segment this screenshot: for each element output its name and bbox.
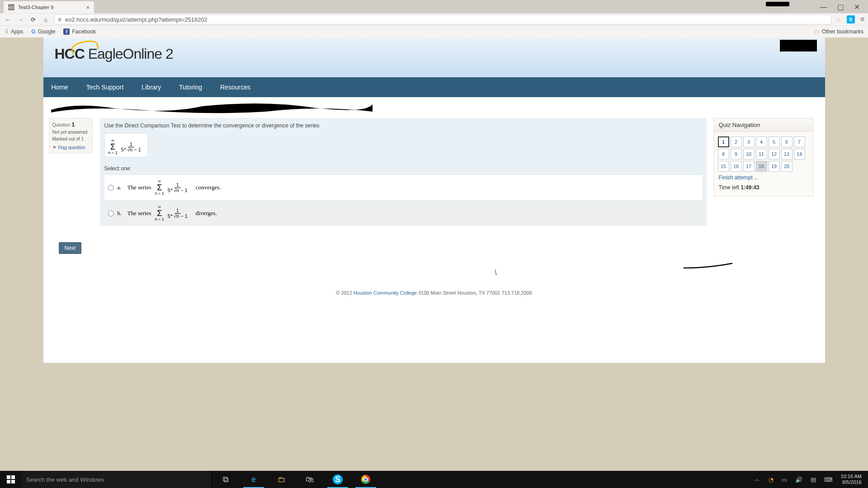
action-center-icon[interactable]: ▤	[811, 476, 816, 483]
quiz-nav-cell-14[interactable]: 14	[794, 149, 805, 160]
quiz-nav-cell-17[interactable]: 17	[743, 161, 755, 172]
question-formula: ∞ Σ n = 1 1 5⁴ √n − 1	[104, 133, 148, 157]
option-a-letter: a.	[118, 184, 124, 191]
bookmark-facebook[interactable]: fFacebook	[63, 28, 96, 35]
bookmark-label: Google	[38, 28, 56, 35]
answer-option-b[interactable]: b. The series ∞Σn = 1 15⁴ √n − 1 diverge…	[104, 200, 702, 226]
file-explorer-icon[interactable]: 🗀	[268, 471, 296, 488]
chrome-icon[interactable]	[352, 471, 380, 488]
start-button[interactable]	[0, 471, 22, 488]
quiz-nav-cell-5[interactable]: 5	[769, 136, 780, 147]
edge-icon[interactable]: e	[240, 471, 268, 488]
quiz-nav-cell-10[interactable]: 10	[743, 149, 755, 160]
breadcrumb-redacted	[49, 102, 374, 114]
browser-tab-bar: HCC Test3-Chapter 9 × — ▢ ✕	[0, 0, 868, 13]
tray-chevron-icon[interactable]: ︿	[755, 475, 760, 483]
option-b-radio[interactable]	[108, 211, 114, 216]
volume-icon[interactable]: 🔊	[795, 476, 802, 483]
quiz-nav-cell-13[interactable]: 13	[781, 149, 793, 160]
quiz-nav-cell-6[interactable]: 6	[781, 136, 793, 147]
browser-toolbar: ← → ⟳ ⌂ 🗎 ☆ S ≡	[0, 13, 868, 25]
chrome-menu-icon[interactable]: ≡	[860, 15, 864, 23]
quiz-content: Question 1 Not yet answered Marked out o…	[43, 114, 825, 226]
taskbar-app-icons: ⧉ e 🗀 🛍 S	[212, 471, 380, 488]
footer-college-link[interactable]: Houston Community College	[354, 290, 417, 296]
nav-home-icon[interactable]: ⌂	[42, 16, 50, 23]
quiz-nav-cell-12[interactable]: 12	[769, 149, 780, 160]
window-maximize-icon[interactable]: ▢	[837, 3, 844, 11]
redaction	[780, 40, 817, 52]
svg-rect-0	[7, 475, 10, 479]
quiz-nav-cell-7[interactable]: 7	[794, 136, 805, 147]
apps-shortcut[interactable]: ⠿Apps	[5, 28, 23, 35]
nav-home[interactable]: Home	[52, 84, 68, 91]
clock-date: 8/5/2016	[841, 479, 862, 485]
taskbar-clock[interactable]: 10:16 AM 8/5/2016	[841, 474, 866, 485]
quiz-nav-cell-4[interactable]: 4	[756, 136, 767, 147]
search-placeholder: Search the web and Windows	[26, 476, 104, 483]
option-b-verdict: diverges.	[196, 210, 217, 217]
quiz-nav-cell-3[interactable]: 3	[743, 136, 755, 147]
battery-icon[interactable]: ▭	[782, 476, 787, 483]
quiz-nav-cell-20[interactable]: 20	[781, 161, 793, 172]
address-bar[interactable]: 🗎	[54, 14, 831, 24]
window-close-icon[interactable]: ✕	[854, 3, 860, 11]
quiz-nav-cell-16[interactable]: 16	[731, 161, 742, 172]
page-icon: 🗎	[57, 17, 62, 22]
time-left-label: Time left	[719, 184, 741, 191]
google-icon: G	[31, 28, 35, 35]
bookmark-google[interactable]: GGoogle	[31, 28, 55, 35]
browser-tab[interactable]: HCC Test3-Chapter 9 ×	[4, 1, 94, 13]
nav-tutoring[interactable]: Tutoring	[179, 84, 202, 91]
question-number: 1	[71, 121, 75, 128]
store-icon[interactable]: 🛍	[296, 471, 324, 488]
nav-tech-support[interactable]: Tech Support	[86, 84, 124, 91]
nav-forward-icon[interactable]: →	[16, 16, 24, 23]
system-tray: ︿ ◔ ▭ 🔊 ▤ ⌨ 10:16 AM 8/5/2016	[755, 474, 868, 485]
bookmark-star-icon[interactable]: ☆	[836, 16, 841, 23]
time-left-value: 1:49:43	[741, 184, 759, 191]
flag-question-link[interactable]: ⚑ Flag question	[52, 145, 89, 150]
svg-rect-2	[7, 480, 10, 483]
quiz-nav-cell-15[interactable]: 15	[718, 161, 729, 172]
quiz-nav-cell-9[interactable]: 9	[731, 149, 742, 160]
window-minimize-icon[interactable]: —	[820, 3, 827, 11]
quiz-nav-grid: 1234567891011121314151617181920	[714, 132, 813, 174]
select-one-label: Select one:	[104, 165, 702, 172]
tab-favicon: HCC	[8, 4, 14, 10]
nav-back-icon[interactable]: ←	[4, 16, 12, 23]
option-a-formula: ∞Σn = 1 15⁴ √n − 1	[155, 179, 190, 196]
question-info-panel: Question 1 Not yet answered Marked out o…	[49, 118, 93, 153]
quiz-nav-cell-1[interactable]: 1	[718, 136, 729, 147]
quiz-nav-cell-19[interactable]: 19	[769, 161, 780, 172]
taskbar-search[interactable]: Search the web and Windows	[22, 471, 212, 488]
footer-copyright: © 2012	[336, 290, 354, 296]
tray-app-icon[interactable]: ◔	[769, 476, 774, 483]
redaction	[766, 2, 789, 6]
keyboard-icon[interactable]: ⌨	[824, 476, 833, 483]
finish-attempt-link[interactable]: Finish attempt ...	[719, 174, 759, 181]
option-a-prefix: The series	[127, 184, 151, 191]
page-container: HCC EagleOnline 2 Home Tech Support Libr…	[43, 38, 825, 363]
site-logo[interactable]: HCC EagleOnline 2	[55, 46, 173, 62]
skype-extension-icon[interactable]: S	[847, 15, 855, 23]
next-button[interactable]: Next	[59, 242, 82, 254]
quiz-nav-cell-2[interactable]: 2	[731, 136, 742, 147]
answer-option-a[interactable]: a. The series ∞Σn = 1 15⁴ √n − 1 converg…	[104, 174, 702, 200]
url-input[interactable]	[65, 16, 828, 23]
bookmark-label: Other bookmarks	[822, 28, 863, 35]
quiz-nav-cell-8[interactable]: 8	[718, 149, 729, 160]
footer-address: 3100 Main Street Houston, TX 77002 713.7…	[417, 290, 532, 296]
nav-library[interactable]: Library	[142, 84, 161, 91]
nav-resources[interactable]: Resources	[220, 84, 250, 91]
task-view-icon[interactable]: ⧉	[212, 471, 240, 488]
skype-icon[interactable]: S	[324, 471, 352, 488]
tab-close-icon[interactable]: ×	[86, 4, 90, 11]
quiz-nav-cell-11[interactable]: 11	[756, 149, 767, 160]
fraction-denominator: 5⁴ √n − 1	[120, 147, 142, 152]
option-a-radio[interactable]	[108, 185, 114, 191]
other-bookmarks[interactable]: 🗀Other bookmarks	[814, 28, 863, 35]
nav-reload-icon[interactable]: ⟳	[29, 16, 37, 23]
quiz-nav-cell-18[interactable]: 18	[756, 161, 767, 172]
flag-label: Flag question	[58, 145, 85, 150]
